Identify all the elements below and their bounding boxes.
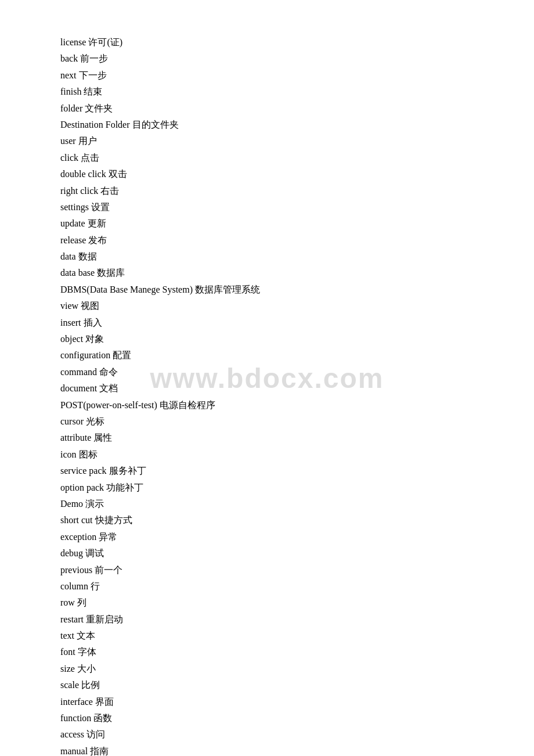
term-english: user: [60, 136, 78, 146]
term-line: row 列: [60, 595, 474, 610]
term-chinese: 光标: [86, 416, 104, 426]
term-line: function 函数: [60, 711, 474, 726]
term-english: manual: [60, 746, 90, 756]
term-chinese: 指南: [90, 746, 109, 756]
term-english: click: [60, 153, 81, 163]
term-chinese: 字体: [78, 647, 96, 657]
term-english: data: [60, 251, 78, 261]
term-chinese: 文本: [77, 631, 95, 640]
term-line: insert 插入: [60, 315, 474, 330]
term-line: finish 结束: [60, 84, 474, 99]
term-line: text 文本: [60, 628, 474, 643]
term-line: DBMS(Data Base Manege System) 数据库管理系统: [60, 282, 474, 297]
term-english: function: [60, 713, 93, 723]
term-line: font 字体: [60, 645, 474, 660]
term-chinese: 文档: [99, 383, 118, 393]
term-line: data 数据: [60, 249, 474, 264]
term-english: previous: [60, 565, 95, 575]
term-english: data base: [60, 268, 97, 278]
term-chinese: 数据库管理系统: [195, 285, 260, 294]
term-english: finish: [60, 87, 84, 96]
term-line: back 前一步: [60, 51, 474, 66]
term-line: Destination Folder 目的文件夹: [60, 117, 474, 132]
term-english: POST(power-on-self-test): [60, 400, 160, 410]
content-area: license 许可(证)back 前一步next 下一步finish 结束fo…: [0, 0, 534, 756]
term-line: click 点击: [60, 150, 474, 165]
term-english: settings: [60, 202, 91, 212]
term-line: release 发布: [60, 233, 474, 248]
term-line: icon 图标: [60, 447, 474, 462]
term-chinese: 设置: [91, 202, 110, 212]
term-line: size 大小: [60, 661, 474, 676]
term-english: cursor: [60, 416, 86, 426]
term-chinese: 访问: [86, 729, 105, 739]
term-line: short cut 快捷方式: [60, 513, 474, 528]
term-english: right click: [60, 186, 100, 196]
term-english: release: [60, 235, 88, 245]
term-line: manual 指南: [60, 744, 474, 756]
term-line: attribute 属性: [60, 430, 474, 445]
term-line: cursor 光标: [60, 414, 474, 429]
term-english: back: [60, 53, 80, 63]
term-chinese: 行: [91, 581, 100, 591]
term-chinese: 双击: [109, 169, 127, 179]
term-english: debug: [60, 548, 85, 558]
term-line: service pack 服务补丁: [60, 463, 474, 478]
term-chinese: 前一个: [95, 565, 122, 575]
term-line: interface 界面: [60, 694, 474, 710]
term-english: document: [60, 383, 99, 393]
term-english: insert: [60, 318, 84, 327]
term-chinese: 下一步: [79, 70, 107, 80]
term-chinese: 许可(证): [88, 37, 122, 47]
term-chinese: 异常: [99, 532, 117, 542]
term-line: view 视图: [60, 298, 474, 314]
term-chinese: 数据: [78, 251, 97, 261]
term-line: previous 前一个: [60, 563, 474, 578]
term-chinese: 前一步: [80, 53, 108, 63]
term-chinese: 大小: [77, 664, 96, 674]
term-english: access: [60, 729, 86, 739]
term-english: service pack: [60, 466, 109, 476]
term-english: icon: [60, 449, 79, 459]
term-chinese: 配置: [113, 350, 131, 360]
term-english: folder: [60, 103, 85, 113]
term-chinese: 点击: [81, 153, 99, 163]
term-line: column 行: [60, 579, 474, 594]
term-line: update 更新: [60, 216, 474, 231]
term-english: row: [60, 597, 77, 607]
term-line: scale 比例: [60, 678, 474, 693]
term-line: folder 文件夹: [60, 101, 474, 116]
term-chinese: 目的文件夹: [132, 120, 179, 129]
term-english: size: [60, 664, 77, 674]
term-english: command: [60, 367, 99, 377]
term-line: object 对象: [60, 332, 474, 347]
term-line: user 用户: [60, 134, 474, 149]
term-line: data base 数据库: [60, 265, 474, 280]
term-english: font: [60, 647, 78, 657]
term-chinese: 文件夹: [85, 103, 113, 113]
term-chinese: 对象: [85, 334, 104, 344]
term-english: license: [60, 37, 88, 47]
term-chinese: 演示: [85, 499, 104, 509]
term-chinese: 功能补丁: [106, 483, 143, 492]
term-english: DBMS(Data Base Manege System): [60, 285, 195, 294]
term-chinese: 结束: [84, 87, 102, 96]
term-english: view: [60, 301, 81, 311]
term-chinese: 调试: [85, 548, 104, 558]
term-chinese: 比例: [81, 680, 100, 690]
term-line: POST(power-on-self-test) 电源自检程序: [60, 398, 474, 413]
term-chinese: 插入: [84, 318, 102, 327]
term-english: Demo: [60, 499, 85, 509]
term-line: right click 右击: [60, 183, 474, 199]
term-chinese: 函数: [93, 713, 112, 723]
term-line: debug 调试: [60, 546, 474, 561]
term-english: update: [60, 218, 88, 228]
term-chinese: 更新: [88, 218, 106, 228]
term-english: option pack: [60, 483, 106, 492]
term-chinese: 电源自检程序: [160, 400, 215, 410]
term-english: next: [60, 70, 79, 80]
term-english: short cut: [60, 515, 95, 525]
term-line: access 访问: [60, 727, 474, 742]
term-chinese: 界面: [95, 697, 114, 707]
term-english: column: [60, 581, 91, 591]
